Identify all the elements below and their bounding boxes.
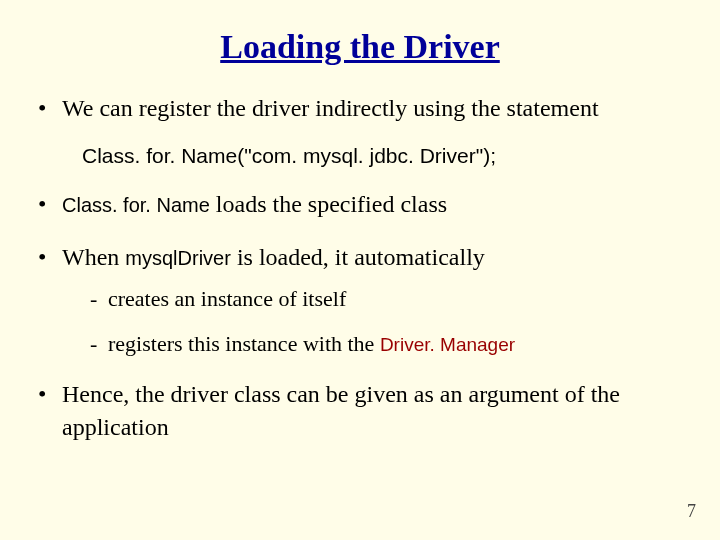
bullet-list: Class. for. Name loads the specified cla… bbox=[36, 188, 684, 443]
inline-code: mysqlDriver bbox=[125, 247, 231, 269]
bullet-text: loads the specified class bbox=[210, 191, 447, 217]
bullet-text: Hence, the driver class can be given as … bbox=[62, 381, 620, 439]
slide-title: Loading the Driver bbox=[36, 28, 684, 66]
sub-bullet-list: creates an instance of itself registers … bbox=[62, 285, 684, 358]
inline-code: Driver. Manager bbox=[380, 334, 515, 355]
bullet-text: When bbox=[62, 244, 125, 270]
bullet-text: creates an instance of itself bbox=[108, 286, 346, 311]
bullet-text: registers this instance with the bbox=[108, 331, 380, 356]
code-line: Class. for. Name("com. mysql. jdbc. Driv… bbox=[82, 144, 684, 168]
bullet-item: When mysqlDriver is loaded, it automatic… bbox=[36, 241, 684, 359]
sub-bullet-item: registers this instance with the Driver.… bbox=[86, 330, 684, 359]
sub-bullet-item: creates an instance of itself bbox=[86, 285, 684, 314]
bullet-text: We can register the driver indirectly us… bbox=[62, 95, 599, 121]
bullet-item: Class. for. Name loads the specified cla… bbox=[36, 188, 684, 220]
bullet-item: We can register the driver indirectly us… bbox=[36, 92, 684, 124]
page-number: 7 bbox=[687, 501, 696, 522]
bullet-item: Hence, the driver class can be given as … bbox=[36, 378, 684, 443]
slide: Loading the Driver We can register the d… bbox=[0, 0, 720, 540]
inline-code: Class. for. Name bbox=[62, 194, 210, 216]
bullet-list: We can register the driver indirectly us… bbox=[36, 92, 684, 124]
bullet-text: is loaded, it automatically bbox=[231, 244, 485, 270]
